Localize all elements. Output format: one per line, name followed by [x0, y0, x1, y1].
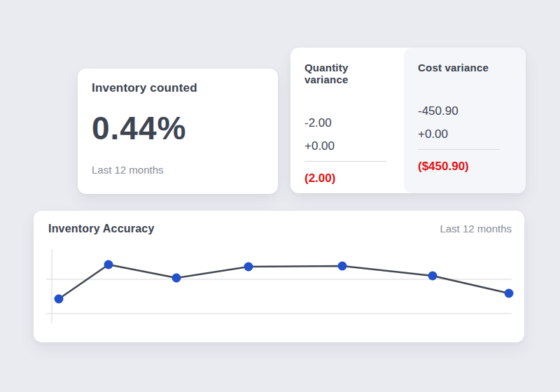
quantity-variance-negative: -2.00: [304, 117, 390, 129]
quantity-variance-column: Quantity variance -2.00 +0.00 (2.00): [290, 48, 404, 193]
chart-series-line: [59, 265, 509, 299]
cost-variance-divider: [418, 149, 500, 150]
quantity-variance-divider: [304, 161, 386, 162]
inventory-counted-card: Inventory counted 0.44% Last 12 months: [78, 69, 278, 194]
accuracy-chart: [34, 211, 524, 342]
cost-variance-positive: +0.00: [418, 128, 512, 140]
inventory-counted-period: Last 12 months: [92, 164, 264, 176]
quantity-variance-total: (2.00): [304, 172, 390, 186]
cost-variance-negative: -450.90: [418, 105, 512, 117]
variance-card: Quantity variance -2.00 +0.00 (2.00) Cos…: [290, 48, 526, 193]
chart-data-point[interactable]: [338, 262, 347, 271]
inventory-counted-value: 0.44%: [92, 109, 264, 147]
quantity-variance-header: Quantity variance: [304, 62, 390, 85]
quantity-variance-positive: +0.00: [304, 140, 390, 152]
cost-variance-column: Cost variance -450.90 +0.00 ($450.90): [404, 48, 526, 193]
chart-data-point[interactable]: [104, 260, 113, 270]
chart-data-point[interactable]: [172, 274, 181, 283]
chart-data-point[interactable]: [55, 295, 64, 304]
cost-variance-total: ($450.90): [418, 160, 512, 174]
inventory-accuracy-card: Inventory Accuracy Last 12 months: [34, 211, 524, 342]
chart-data-point[interactable]: [244, 262, 253, 272]
chart-data-point[interactable]: [505, 289, 514, 298]
chart-data-point[interactable]: [428, 272, 438, 281]
cost-variance-header: Cost variance: [418, 62, 512, 74]
inventory-counted-title: Inventory counted: [92, 81, 264, 95]
